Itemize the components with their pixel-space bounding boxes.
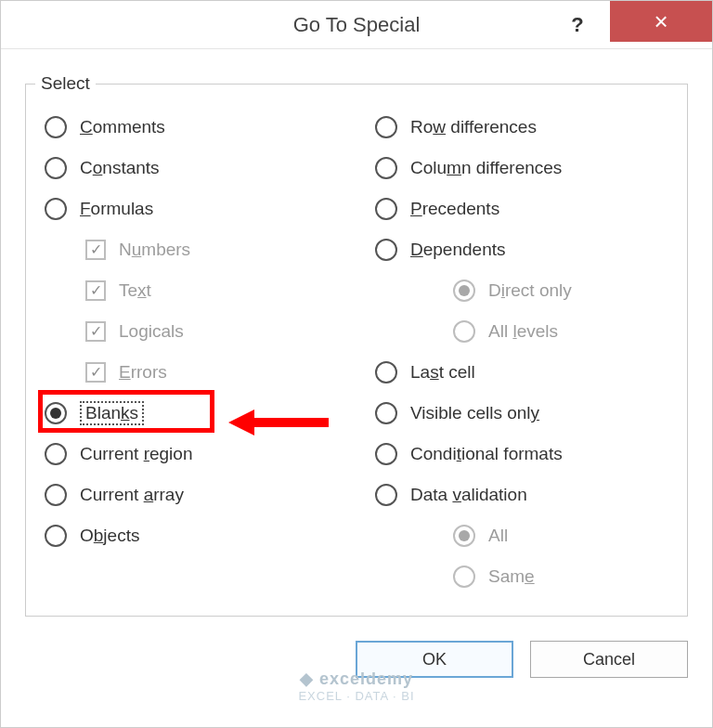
titlebar: Go To Special ? × bbox=[1, 1, 712, 49]
checkbox-icon: ✓ bbox=[85, 362, 106, 383]
option-label: Text bbox=[119, 280, 151, 301]
option-current-array[interactable]: Current array bbox=[35, 474, 347, 515]
option-label: Column differences bbox=[410, 158, 562, 178]
radio-icon bbox=[453, 525, 475, 547]
radio-icon bbox=[45, 402, 67, 424]
radio-icon bbox=[375, 361, 397, 384]
radio-icon bbox=[453, 320, 475, 343]
option-last-cell[interactable]: Last cell bbox=[366, 352, 678, 393]
radio-icon bbox=[45, 443, 67, 465]
option-label: Precedents bbox=[410, 199, 499, 219]
option-label: Last cell bbox=[410, 362, 475, 383]
checkbox-icon: ✓ bbox=[85, 240, 106, 260]
option-precedents[interactable]: Precedents bbox=[366, 188, 678, 229]
option-label: Constants bbox=[80, 158, 160, 178]
radio-icon bbox=[453, 280, 475, 302]
option-label: All bbox=[488, 526, 508, 546]
select-legend: Select bbox=[35, 73, 96, 94]
radio-icon bbox=[45, 116, 67, 138]
option-label: Current region bbox=[80, 444, 192, 464]
option-formulas[interactable]: Formulas bbox=[35, 188, 347, 229]
option-label: Visible cells only bbox=[410, 403, 539, 423]
option-label: Data validation bbox=[410, 485, 527, 505]
help-button[interactable]: ? bbox=[554, 6, 601, 44]
option-label: Numbers bbox=[119, 240, 190, 260]
option-label: Current array bbox=[80, 485, 184, 505]
option-label: Logicals bbox=[119, 321, 184, 342]
go-to-special-dialog: Go To Special ? × Select Comments Consta… bbox=[0, 0, 713, 728]
dialog-buttons: OK Cancel bbox=[1, 626, 712, 696]
option-visible-cells-only[interactable]: Visible cells only bbox=[366, 393, 678, 434]
option-label: Direct only bbox=[488, 280, 572, 301]
option-label: Blanks bbox=[80, 401, 144, 425]
option-numbers: ✓ Numbers bbox=[35, 229, 347, 270]
option-blanks[interactable]: Blanks bbox=[35, 393, 347, 434]
select-group: Select Comments Constants Formulas bbox=[25, 73, 688, 617]
option-direct-only: Direct only bbox=[366, 270, 678, 311]
option-label: Formulas bbox=[80, 199, 153, 219]
option-comments[interactable]: Comments bbox=[35, 107, 347, 148]
option-all: All bbox=[366, 515, 678, 556]
right-column: Row differences Column differences Prece… bbox=[366, 107, 678, 597]
left-column: Comments Constants Formulas ✓ Numbers bbox=[35, 107, 347, 597]
radio-icon bbox=[375, 443, 397, 465]
dialog-title: Go To Special bbox=[293, 13, 421, 37]
option-label: Row differences bbox=[410, 117, 537, 137]
radio-icon bbox=[375, 484, 397, 506]
option-label: Errors bbox=[119, 362, 167, 383]
option-label: Same bbox=[488, 566, 535, 587]
dialog-body: Select Comments Constants Formulas bbox=[1, 49, 712, 626]
option-label: Dependents bbox=[410, 240, 505, 260]
radio-icon bbox=[453, 566, 475, 588]
option-constants[interactable]: Constants bbox=[35, 148, 347, 188]
radio-icon bbox=[45, 525, 67, 547]
options-columns: Comments Constants Formulas ✓ Numbers bbox=[35, 107, 678, 597]
radio-icon bbox=[45, 157, 67, 179]
radio-icon bbox=[375, 402, 397, 424]
option-current-region[interactable]: Current region bbox=[35, 434, 347, 474]
radio-icon bbox=[375, 116, 397, 138]
radio-icon bbox=[45, 198, 67, 220]
option-conditional-formats[interactable]: Conditional formats bbox=[366, 434, 678, 474]
option-text: ✓ Text bbox=[35, 270, 347, 311]
option-logicals: ✓ Logicals bbox=[35, 311, 347, 352]
option-label: Conditional formats bbox=[410, 444, 563, 464]
option-label: Objects bbox=[80, 526, 139, 546]
option-dependents[interactable]: Dependents bbox=[366, 229, 678, 270]
ok-button[interactable]: OK bbox=[356, 641, 513, 678]
close-button[interactable]: × bbox=[610, 1, 712, 42]
option-label: Comments bbox=[80, 117, 165, 137]
radio-icon bbox=[375, 198, 397, 220]
option-row-differences[interactable]: Row differences bbox=[366, 107, 678, 148]
option-column-differences[interactable]: Column differences bbox=[366, 148, 678, 188]
option-all-levels: All levels bbox=[366, 311, 678, 352]
checkbox-icon: ✓ bbox=[85, 280, 106, 301]
option-objects[interactable]: Objects bbox=[35, 515, 347, 556]
option-data-validation[interactable]: Data validation bbox=[366, 474, 678, 515]
checkbox-icon: ✓ bbox=[85, 321, 106, 342]
option-label: All levels bbox=[488, 321, 558, 342]
option-same: Same bbox=[366, 556, 678, 597]
radio-icon bbox=[375, 157, 397, 179]
radio-icon bbox=[45, 484, 67, 506]
cancel-button[interactable]: Cancel bbox=[530, 641, 688, 678]
annotation-arrow bbox=[228, 410, 329, 436]
radio-icon bbox=[375, 239, 397, 261]
option-errors: ✓ Errors bbox=[35, 352, 347, 393]
